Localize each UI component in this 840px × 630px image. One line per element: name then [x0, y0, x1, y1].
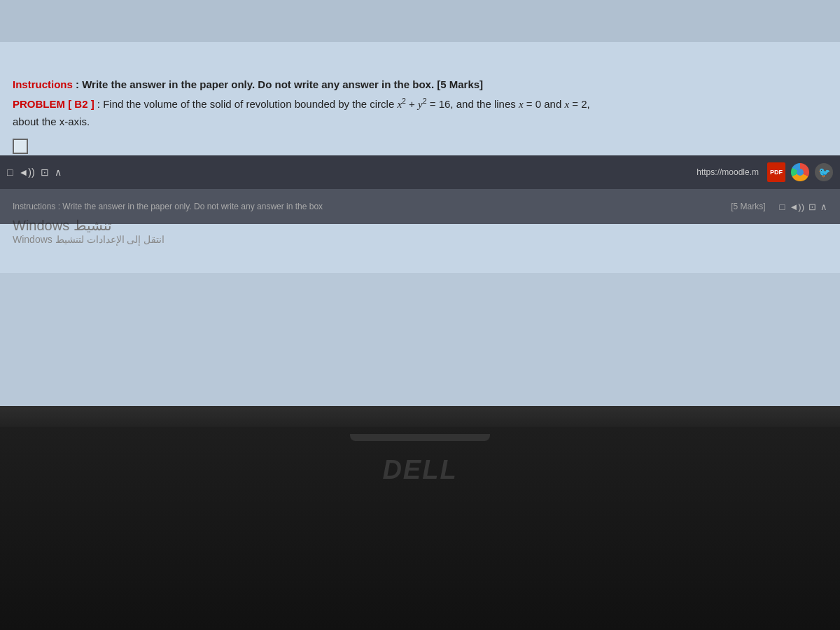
- second-checkbox[interactable]: [13, 139, 28, 154]
- instructions-label: Instructions: [13, 78, 73, 90]
- taskbar-icons: PDF 🐦: [767, 162, 833, 182]
- about-line: about the x-axis.: [13, 115, 827, 127]
- volume-icon[interactable]: ◄)): [18, 167, 34, 178]
- sys-icon-2[interactable]: ◄)): [789, 202, 804, 212]
- wifi-icon[interactable]: ⊡: [41, 167, 49, 178]
- chevron-up-icon[interactable]: ∧: [55, 167, 62, 178]
- taskbar-left: □ ◄)) ⊡ ∧: [7, 167, 62, 178]
- top-strip: [0, 0, 840, 42]
- sys-icon-4[interactable]: ∧: [820, 202, 827, 212]
- speaker-icon[interactable]: □: [7, 167, 13, 178]
- laptop-hinge: [350, 434, 490, 441]
- dell-logo: DELL: [382, 455, 457, 485]
- laptop-base: [0, 427, 840, 567]
- taskbar-right: https://moodle.m PDF 🐦: [696, 162, 833, 182]
- problem-colon: :: [94, 98, 104, 110]
- chrome-icon[interactable]: [791, 163, 809, 181]
- instructions-marks: [5 Marks]: [437, 78, 483, 90]
- taskbar-bottom-text: Instructions : Write the answer in the p…: [13, 202, 717, 211]
- problem-label: PROBLEM [ B2 ]: [13, 98, 94, 110]
- taskbar-url: https://moodle.m: [696, 167, 759, 177]
- taskbar-bottom-strip: Instructions : Write the answer in the p…: [0, 189, 840, 224]
- sys-icon-1[interactable]: □: [780, 202, 785, 212]
- instructions-line: Instructions : Write the answer in the p…: [13, 77, 827, 92]
- taskbar: □ ◄)) ⊡ ∧ https://moodle.m PDF 🐦: [0, 155, 840, 189]
- bird-icon[interactable]: 🐦: [815, 163, 833, 181]
- taskbar-sys-icons: □ ◄)) ⊡ ∧: [780, 202, 827, 212]
- taskbar-left-icons: □ ◄)) ⊡ ∧: [7, 167, 62, 178]
- laptop-chin: [0, 406, 840, 427]
- sys-icon-3[interactable]: ⊡: [808, 202, 816, 212]
- taskbar-bottom-marks: [5 Marks]: [731, 202, 765, 211]
- windows-line2: انتقل إلى الإعدادات لتنشيط Windows: [13, 234, 164, 245]
- problem-text: Find the volume of the solid of revoluti…: [103, 98, 590, 110]
- laptop-bottom: [0, 406, 840, 630]
- instructions-text: Write the answer in the paper only. Do n…: [82, 78, 434, 90]
- pdf-icon[interactable]: PDF: [767, 162, 785, 182]
- instructions-colon: :: [73, 78, 82, 90]
- screen-area: Instructions : Write the answer in the p…: [0, 0, 840, 406]
- problem-line: PROBLEM [ B2 ] : Find the volume of the …: [13, 96, 827, 113]
